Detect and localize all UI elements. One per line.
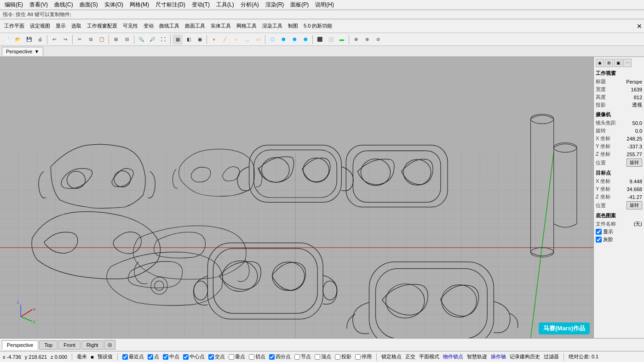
snap-disable[interactable]: 停用 [355, 353, 372, 360]
tb-wire[interactable]: ▦ [172, 34, 183, 45]
label-tgt-pos: 位置 [596, 202, 606, 209]
tb-solid3[interactable]: ▬ [337, 34, 347, 45]
toolbar2: 📄 📂 💾 🖨 ↩ ↪ ✂ ⧉ 📋 ⊞ ⊟ 🔍 🔎 ⛶ ▦ ◧ ▣ ● ╱ ○ … [0, 33, 644, 46]
tb-new[interactable]: 📄 [2, 34, 12, 45]
snap-nearest[interactable]: 最近点 [122, 353, 144, 360]
tb1-select[interactable]: 选取 [69, 22, 84, 30]
tb1-setview[interactable]: 设定视图 [28, 22, 52, 30]
tb-open[interactable]: 📂 [13, 34, 23, 45]
tb-zoom-in[interactable]: 🔍 [136, 34, 146, 45]
snap-tan[interactable]: 切点 [249, 353, 265, 360]
tb-extra1[interactable]: ⊕ [351, 34, 361, 45]
tb1-display[interactable]: 显示 [53, 22, 68, 30]
plane-mode[interactable]: 平面模式 [419, 353, 439, 360]
tb1-mesh-tools[interactable]: 网格工具 [234, 22, 259, 30]
tb-circle[interactable]: ○ [231, 34, 241, 45]
tb-extra2[interactable]: ⊗ [362, 34, 372, 45]
smart-track[interactable]: 智慧轨迹 [467, 353, 487, 360]
panel-toggle-icon[interactable]: ✕ [637, 23, 642, 30]
tb-paste[interactable]: 📋 [97, 34, 107, 45]
tb-rect[interactable]: ▭ [253, 34, 263, 45]
tb1-new-features[interactable]: 5.0 的新功能 [301, 22, 334, 30]
tb1-curve-tools[interactable]: 曲线工具 [157, 22, 182, 30]
tb-cut[interactable]: ✂ [75, 34, 85, 45]
tb1-viewport-config[interactable]: 工作视窗配置 [85, 22, 120, 30]
tb-shade[interactable]: ◧ [184, 34, 194, 45]
menu-surface[interactable]: 曲面(S) [77, 0, 101, 10]
tab-add[interactable]: ◎ [104, 340, 115, 350]
filter[interactable]: 过滤器 [544, 353, 559, 360]
tb-arc[interactable]: ◡ [242, 34, 252, 45]
tab-front[interactable]: Front [58, 340, 80, 350]
tb-solid1[interactable]: ⬛ [315, 34, 325, 45]
menu-analyze[interactable]: 分析(A) [238, 0, 262, 10]
rp-icon-properties[interactable]: ◉ [596, 59, 604, 67]
tb-point[interactable]: ● [209, 34, 219, 45]
tb1-transform[interactable]: 变动 [141, 22, 156, 30]
viewport-perspective-tab[interactable]: Perspective ▼ [2, 47, 43, 56]
tb-redo[interactable]: ↪ [60, 34, 70, 45]
ortho[interactable]: 正交 [405, 353, 415, 360]
snap-midpoint[interactable]: 中点 [163, 353, 179, 360]
btn-tgt-pos[interactable]: 旋转 [627, 201, 642, 209]
tb1-drafting[interactable]: 制图 [286, 22, 300, 30]
tb1-visibility[interactable]: 可见性 [121, 22, 140, 30]
menu-edit[interactable]: 编辑(E) [2, 0, 26, 10]
menu-transform[interactable]: 变动(T) [189, 0, 213, 10]
row-focal: 镜头焦距 50.0 [596, 119, 642, 126]
tb-line[interactable]: ╱ [220, 34, 230, 45]
tb1-workplane[interactable]: 工作平面 [2, 22, 27, 30]
rp-icon-more[interactable]: ⋯ [623, 59, 632, 67]
snap-point[interactable]: 点 [148, 353, 159, 360]
snap-intersect[interactable]: 交点 [208, 353, 225, 360]
obj-snap[interactable]: 物件锁点 [443, 353, 463, 360]
cb-bg-display[interactable] [596, 229, 602, 235]
snap-project[interactable]: 投影 [335, 353, 351, 360]
snap-quad[interactable]: 四分点 [269, 353, 291, 360]
tb-zoom-ext[interactable]: ⛶ [158, 34, 168, 45]
snap-vertex[interactable]: 顶点 [315, 353, 331, 360]
tb-deselect[interactable]: ⊟ [122, 34, 132, 45]
snap-perp[interactable]: 垂点 [229, 353, 245, 360]
viewport[interactable]: x y z 马赛(Mars)作品 [0, 57, 593, 338]
menu-render[interactable]: 渲染(R) [263, 0, 287, 10]
value-height: 812 [634, 95, 642, 100]
menu-curve[interactable]: 曲线(C) [52, 0, 76, 10]
menu-dim[interactable]: 尺寸标注(D) [153, 0, 188, 10]
tb-print[interactable]: 🖨 [35, 34, 45, 45]
tb-extra3[interactable]: ⊘ [373, 34, 383, 45]
btn-cam-pos[interactable]: 旋转 [627, 158, 642, 167]
menu-panels[interactable]: 面板(P) [288, 0, 311, 10]
tb-surface2[interactable]: ⬢ [278, 34, 288, 45]
history[interactable]: 记录建构历史 [510, 353, 540, 360]
tb-surface4[interactable]: ⬟ [300, 34, 310, 45]
menu-help[interactable]: 说明(H) [312, 0, 337, 10]
tb-surface3[interactable]: ⬣ [289, 34, 299, 45]
tb-solid2[interactable]: ⬜ [326, 34, 336, 45]
snap-preset[interactable]: 预设值 [98, 353, 113, 360]
tb-undo[interactable]: ↩ [49, 34, 59, 45]
tb1-solid-tools[interactable]: 实体工具 [208, 22, 233, 30]
lock-grid[interactable]: 锁定格点 [381, 353, 402, 360]
tab-right[interactable]: Right [81, 340, 104, 350]
tb1-render-tools[interactable]: 渲染工具 [260, 22, 285, 30]
tab-perspective[interactable]: Perspective [2, 340, 38, 350]
gumball[interactable]: 操作轴 [491, 353, 506, 360]
cb-bg-gray[interactable] [596, 237, 602, 243]
tb-zoom-out[interactable]: 🔎 [147, 34, 157, 45]
tab-top[interactable]: Top [39, 340, 58, 350]
tb-save[interactable]: 💾 [24, 34, 34, 45]
snap-center[interactable]: 中心点 [183, 353, 205, 360]
rp-icon-layers[interactable]: ⊞ [605, 59, 613, 67]
rp-icon-display[interactable]: ▣ [614, 59, 622, 67]
tb-surface1[interactable]: ⬡ [267, 34, 277, 45]
tb-select-all[interactable]: ⊞ [111, 34, 121, 45]
tb-copy[interactable]: ⧉ [86, 34, 96, 45]
snap-knot[interactable]: 节点 [294, 353, 311, 360]
menu-solid[interactable]: 实体(O) [102, 0, 126, 10]
menu-tools[interactable]: 工具(L) [213, 0, 237, 10]
menu-mesh[interactable]: 网格(M) [127, 0, 152, 10]
menu-view[interactable]: 查看(V) [27, 0, 51, 10]
tb1-surface-tools[interactable]: 曲面工具 [183, 22, 207, 30]
tb-render-prev[interactable]: ▣ [195, 34, 205, 45]
